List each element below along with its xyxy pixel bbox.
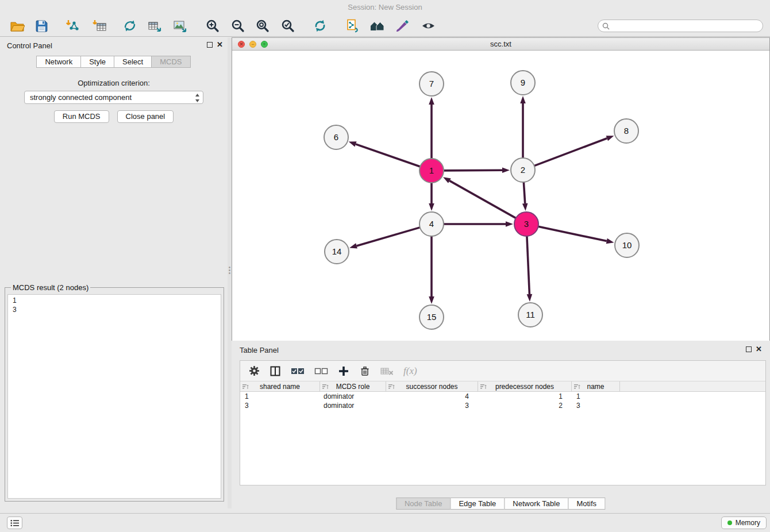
tab-motifs[interactable]: Motifs	[568, 498, 605, 510]
new-network-button[interactable]	[117, 17, 143, 35]
gear-icon	[249, 365, 260, 376]
open-folder-icon	[10, 19, 25, 33]
zoom-selected-icon	[281, 19, 295, 33]
mcds-result-box[interactable]: 1 3	[7, 294, 221, 499]
table-cell: 1	[478, 392, 572, 401]
add-row-button[interactable]	[338, 365, 349, 377]
tab-edge-table[interactable]: Edge Table	[450, 498, 505, 510]
network-canvas[interactable]: 7968124314101511	[232, 51, 769, 341]
graph-node-label: 2	[521, 165, 525, 175]
close-table-panel-icon[interactable]: ✕	[756, 346, 762, 353]
table-panel-title: Table Panel	[240, 346, 279, 354]
refresh-icon	[313, 18, 328, 33]
delete-row-button[interactable]	[359, 365, 371, 377]
main-toolbar	[5, 15, 770, 37]
graph-node-label: 14	[332, 246, 342, 256]
table-row[interactable]: 3dominator323	[240, 401, 765, 410]
first-neighbors-button[interactable]	[364, 17, 390, 35]
graph-edge-3-1[interactable]	[449, 181, 515, 218]
tab-style[interactable]: Style	[80, 56, 114, 68]
export-image-button[interactable]	[167, 17, 192, 35]
run-mcds-button[interactable]: Run MCDS	[54, 110, 109, 123]
graph-node-label: 3	[524, 219, 529, 229]
memory-button[interactable]: Memory	[721, 516, 767, 529]
zoom-out-button[interactable]	[225, 17, 251, 35]
graph-edge-3-10[interactable]	[538, 226, 607, 241]
column-header-label: name	[587, 383, 604, 391]
graph-edge-3-11[interactable]	[527, 236, 529, 294]
column-header-0[interactable]: shared name	[240, 381, 320, 391]
refresh-view-button[interactable]	[307, 17, 333, 35]
column-sort-icon	[242, 384, 249, 390]
column-sort-icon	[574, 384, 580, 390]
search-icon	[602, 22, 610, 30]
graph-edge-4-14[interactable]	[357, 228, 420, 246]
column-header-1[interactable]: MCDS role	[320, 381, 386, 391]
save-icon	[34, 19, 49, 33]
window-minimize-icon[interactable]: −	[249, 41, 256, 48]
checked-boxes-icon	[291, 367, 305, 375]
import-table-button[interactable]	[87, 17, 112, 35]
criterion-dropdown[interactable]: strongly connected component	[24, 91, 203, 104]
zoom-in-button[interactable]	[200, 17, 225, 35]
graph-node-label: 1	[429, 165, 434, 175]
graph-edge-2-3[interactable]	[523, 182, 525, 203]
table-settings-button[interactable]	[248, 365, 260, 376]
tab-node-table[interactable]: Node Table	[396, 498, 451, 510]
import-network-button[interactable]	[59, 17, 84, 35]
column-header-label: MCDS role	[336, 383, 370, 391]
close-panel-button[interactable]: Close panel	[117, 110, 174, 123]
control-panel-tabs: Network Style Select MCDS	[0, 56, 228, 68]
zoom-fit-icon	[256, 19, 270, 33]
column-header-4[interactable]: name	[572, 381, 620, 391]
window-close-icon[interactable]: ✕	[238, 41, 245, 48]
tab-network-table[interactable]: Network Table	[504, 498, 568, 510]
open-session-button[interactable]	[5, 17, 30, 35]
show-hide-button[interactable]	[415, 17, 441, 35]
import-network-icon	[64, 18, 79, 33]
graph-edge-arrow	[606, 238, 614, 244]
table-cell: 1	[572, 392, 620, 401]
graph-edge-1-6[interactable]	[356, 144, 420, 167]
apply-style-button[interactable]	[390, 17, 415, 35]
table-cell: 3	[386, 401, 478, 410]
table-panel: Table Panel ✕	[232, 342, 770, 511]
search-input[interactable]	[613, 22, 750, 30]
copy-view-button[interactable]	[340, 17, 365, 35]
zoom-selected-button[interactable]	[275, 17, 301, 35]
deselect-all-button[interactable]	[314, 367, 328, 375]
import-table-icon	[92, 18, 107, 33]
network-window-titlebar[interactable]: ✕ − + scc.txt	[232, 38, 769, 51]
window-zoom-icon[interactable]: +	[261, 41, 268, 48]
show-column-button[interactable]	[270, 365, 281, 377]
graph-edge-arrow	[429, 97, 434, 105]
function-builder-button[interactable]: f(x)	[403, 365, 417, 377]
control-panel-title: Control Panel	[7, 41, 52, 50]
delete-column-button[interactable]	[380, 367, 394, 376]
close-panel-icon[interactable]: ✕	[217, 41, 223, 48]
tab-mcds[interactable]: MCDS	[151, 56, 190, 68]
table-cell: dominator	[320, 392, 386, 401]
graph-edge-1-2[interactable]	[444, 170, 502, 171]
column-header-3[interactable]: predecessor nodes	[478, 381, 572, 391]
zoom-fit-button[interactable]	[250, 17, 275, 35]
float-table-panel-icon[interactable]	[746, 346, 752, 352]
table-row[interactable]: 1dominator411	[240, 392, 765, 401]
tab-select[interactable]: Select	[114, 56, 152, 68]
task-history-button[interactable]	[7, 516, 22, 529]
vertical-splitter[interactable]: •••	[228, 37, 232, 508]
status-bar: Memory	[0, 513, 770, 532]
save-session-button[interactable]	[29, 17, 54, 35]
float-panel-icon[interactable]	[207, 42, 213, 48]
column-header-2[interactable]: successor nodes	[386, 381, 478, 391]
select-all-button[interactable]	[291, 367, 305, 375]
mcds-result-line: 3	[13, 305, 216, 314]
graph-edge-arrow	[606, 136, 614, 141]
export-table-button[interactable]	[142, 17, 167, 35]
control-panel-header: Control Panel ✕	[0, 37, 228, 53]
search-field[interactable]	[598, 20, 763, 32]
node-table-body: 1dominator4113dominator323	[240, 392, 765, 410]
export-table-icon	[147, 18, 162, 33]
tab-network[interactable]: Network	[36, 56, 81, 68]
graph-edge-2-8[interactable]	[534, 138, 607, 166]
